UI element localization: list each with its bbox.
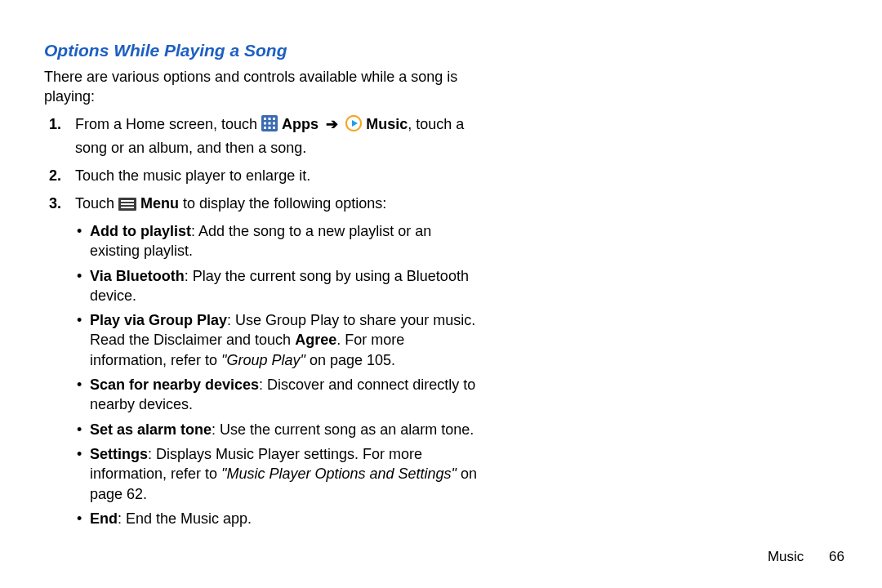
svg-rect-8 [269,127,271,129]
svg-rect-15 [121,200,134,202]
svg-rect-6 [273,122,275,124]
page-footer: Music 66 [768,549,844,565]
bullet-group-play: Play via Group Play: Use Group Play to s… [75,310,485,370]
step-number: 1. [49,114,61,135]
svg-rect-1 [264,118,266,120]
bullet-label: Play via Group Play [90,312,227,328]
svg-rect-2 [269,118,271,120]
bullet-label: Scan for nearby devices [90,376,259,393]
step-1-text-pre: From a Home screen, touch [75,116,261,132]
agree-label: Agree [295,332,336,348]
section-title: Options While Playing a Song [44,41,849,60]
step-number: 3. [49,193,61,214]
footer-section: Music [768,549,804,564]
step-2: 2. Touch the music player to enlarge it. [44,165,485,186]
bullet-label: Settings [90,446,148,462]
settings-reference: "Music Player Options and Settings" [221,466,457,482]
svg-rect-5 [269,122,271,124]
apps-icon [261,115,278,137]
svg-rect-4 [264,122,266,124]
step-3-text-post: to display the following options: [179,195,386,212]
arrow-icon: ➔ [326,116,338,132]
step-number: 2. [49,165,61,186]
bullet-scan-nearby: Scan for nearby devices: Discover and co… [75,375,485,415]
group-play-reference: "Group Play" [221,352,305,368]
menu-label: Menu [140,195,179,212]
bullet-text: : Use the current song as an alarm tone. [212,421,474,438]
bullet-via-bluetooth: Via Bluetooth: Play the current song by … [75,266,485,306]
music-icon [345,115,362,137]
svg-rect-16 [121,203,134,205]
apps-label: Apps [282,116,318,132]
step-3: 3. Touch Menu to display the following o… [44,193,485,528]
music-label: Music [366,116,408,132]
bullet-text: : End the Music app. [118,510,252,527]
footer-page-number: 66 [829,549,844,564]
bullet-label: Via Bluetooth [90,268,185,284]
step-1: 1. From a Home screen, touch Apps ➔ [44,114,485,158]
bullet-add-to-playlist: Add to playlist: Add the song to a new p… [75,221,485,261]
bullet-label: End [90,510,118,527]
svg-rect-9 [273,127,275,129]
bullet-settings: Settings: Displays Music Player settings… [75,444,485,504]
intro-text: There are various options and controls a… [44,67,469,107]
bullet-label: Add to playlist [90,223,191,239]
bullet-label: Set as alarm tone [90,421,212,438]
bullet-end: End: End the Music app. [75,509,485,528]
svg-rect-7 [264,127,266,129]
svg-rect-3 [273,118,275,120]
bullet-alarm-tone: Set as alarm tone: Use the current song … [75,420,485,439]
bullet-text: on page 105. [305,352,395,368]
menu-icon [118,195,136,216]
svg-rect-17 [121,207,134,208]
step-2-text: Touch the music player to enlarge it. [75,167,310,184]
step-3-text-pre: Touch [75,195,118,212]
